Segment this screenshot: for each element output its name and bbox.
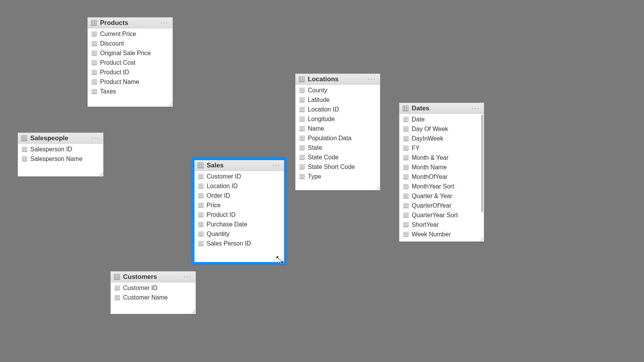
svg-line-212 (376, 187, 380, 190)
field-row[interactable]: Week Number (399, 229, 484, 239)
resize-handle[interactable] (168, 102, 172, 106)
table-header-salespeople[interactable]: Salespeople ··· (18, 133, 103, 144)
field-row[interactable]: State Short Code (296, 162, 380, 172)
field-label: Date (412, 116, 425, 123)
field-row[interactable]: Sales Person ID (194, 239, 284, 248)
field-row[interactable]: Quantity (194, 229, 284, 239)
table-header-dates[interactable]: Dates ··· (399, 103, 484, 114)
column-icon (403, 136, 409, 141)
table-card-products[interactable]: Products ··· Current PriceDiscountOrigin… (87, 17, 173, 107)
resize-handle[interactable] (280, 258, 284, 262)
column-icon (299, 136, 305, 141)
column-icon (115, 295, 120, 300)
field-row[interactable]: QuarterOfYear (399, 201, 484, 210)
resize-handle[interactable] (376, 186, 380, 190)
field-row[interactable]: MonthYear Sort (399, 182, 484, 191)
more-menu-button[interactable]: ··· (471, 104, 481, 112)
field-label: Type (308, 173, 321, 180)
field-label: Product ID (100, 69, 129, 76)
model-canvas[interactable]: Products ··· Current PriceDiscountOrigin… (0, 0, 644, 362)
field-row[interactable]: Type (296, 172, 380, 181)
field-label: Current Price (100, 31, 136, 38)
field-row[interactable]: ShortYear (399, 220, 484, 229)
field-list-products: Current PriceDiscountOriginal Sale Price… (88, 28, 172, 97)
field-row[interactable]: Customer ID (111, 283, 196, 293)
field-label: Quarter & Year (412, 193, 452, 200)
field-row[interactable]: Customer ID (194, 172, 284, 181)
field-row[interactable]: DayInWeek (399, 134, 484, 143)
field-row[interactable]: Month Name (399, 162, 484, 172)
resize-handle[interactable] (191, 310, 195, 313)
scrollbar-thumb[interactable] (481, 115, 483, 212)
table-header-customers[interactable]: Customers ··· (111, 272, 196, 282)
column-icon (403, 222, 409, 228)
field-row[interactable]: FY (399, 143, 484, 153)
field-row[interactable]: Quarter & Year (399, 191, 484, 201)
field-label: Salesperson ID (30, 146, 72, 153)
field-row[interactable]: County (296, 85, 380, 95)
more-menu-button[interactable]: ··· (160, 19, 169, 27)
field-row[interactable]: Month & Year (399, 153, 484, 162)
field-row[interactable]: Product Cost (88, 58, 172, 67)
table-card-salespeople[interactable]: Salespeople ··· Salesperson IDSalesperso… (18, 133, 104, 177)
column-icon (299, 107, 305, 112)
field-row[interactable]: Location ID (296, 105, 380, 114)
field-row[interactable]: Day Of Week (399, 124, 484, 134)
column-icon (92, 70, 97, 75)
field-label: Longitude (308, 116, 335, 123)
table-card-customers[interactable]: Customers ··· Customer IDCustomer Name (110, 271, 196, 314)
svg-line-69 (101, 174, 103, 176)
field-row[interactable]: Product ID (88, 67, 172, 77)
field-row[interactable]: Customer Name (111, 293, 196, 302)
column-icon (403, 213, 409, 218)
more-menu-button[interactable]: ··· (271, 161, 281, 169)
field-label: State Short Code (308, 164, 355, 170)
field-label: Order ID (207, 192, 230, 199)
field-row[interactable]: Order ID (194, 191, 284, 200)
table-title: Salespeople (30, 134, 90, 142)
field-label: State Code (308, 154, 338, 161)
field-label: Month & Year (412, 154, 449, 161)
field-row[interactable]: Longitude (296, 114, 380, 124)
table-card-dates[interactable]: Dates ··· DateDay Of WeekDayInWeekFYMont… (399, 103, 484, 242)
field-row[interactable]: Name (296, 124, 380, 133)
table-header-products[interactable]: Products ··· (88, 18, 172, 28)
table-card-sales[interactable]: Sales ··· Customer IDLocation IDOrder ID… (192, 157, 287, 265)
field-label: DayInWeek (412, 135, 443, 142)
field-row[interactable]: Discount (88, 39, 172, 48)
table-header-locations[interactable]: Locations ··· (296, 74, 380, 85)
field-row[interactable]: Taxes (88, 87, 172, 96)
field-label: Taxes (100, 88, 116, 95)
field-row[interactable]: State (296, 143, 380, 152)
field-row[interactable]: Product ID (194, 210, 284, 219)
field-row[interactable]: QuarterYear Sort (399, 210, 484, 220)
resize-handle[interactable] (99, 172, 103, 176)
field-row[interactable]: Salesperson Name (18, 154, 103, 164)
field-row[interactable]: Purchase Date (194, 219, 284, 229)
svg-line-125 (282, 260, 284, 262)
field-row[interactable]: Date (399, 115, 484, 124)
field-row[interactable]: Salesperson ID (18, 144, 103, 154)
table-card-locations[interactable]: Locations ··· CountyLatitudeLocation IDL… (295, 74, 380, 190)
svg-line-298 (480, 238, 483, 241)
table-header-sales[interactable]: Sales ··· (194, 160, 284, 171)
field-row[interactable]: Latitude (296, 95, 380, 105)
field-row[interactable]: State Code (296, 152, 380, 162)
more-menu-button[interactable]: ··· (367, 75, 377, 83)
scrollbar[interactable] (481, 115, 483, 237)
field-row[interactable]: Population Data (296, 133, 380, 143)
field-row[interactable]: MonthOfYear (399, 172, 484, 182)
field-row[interactable]: Location ID (194, 181, 284, 191)
table-title: Products (100, 19, 160, 27)
resize-handle[interactable] (480, 237, 483, 241)
field-row[interactable]: Current Price (88, 29, 172, 39)
field-row[interactable]: Product Name (88, 77, 172, 87)
field-row[interactable]: Price (194, 200, 284, 210)
field-row[interactable]: Original Sale Price (88, 48, 172, 58)
more-menu-button[interactable]: ··· (183, 273, 192, 281)
column-icon (92, 41, 97, 46)
column-icon (403, 126, 409, 132)
column-icon (403, 155, 409, 161)
more-menu-button[interactable]: ··· (90, 134, 100, 142)
column-icon (299, 88, 305, 93)
